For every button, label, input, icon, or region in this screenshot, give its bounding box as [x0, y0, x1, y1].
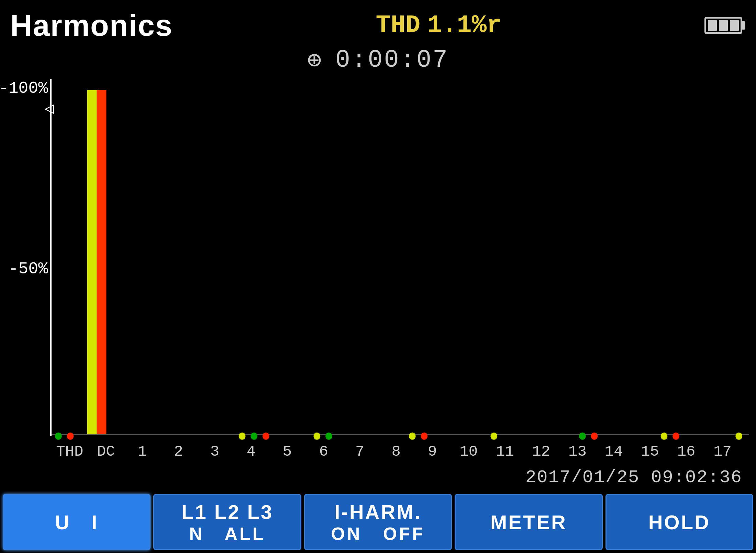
svg-point-10 — [409, 432, 416, 440]
battery-bar-1 — [708, 20, 717, 31]
svg-point-7 — [263, 432, 269, 440]
svg-point-16 — [672, 432, 679, 440]
x-label-8: 8 — [378, 443, 414, 460]
btn-u-i[interactable]: U I — [3, 494, 151, 550]
battery-bar-3 — [730, 20, 739, 31]
x-label-1: 1 — [124, 443, 160, 460]
btn-hold[interactable]: HOLD — [605, 494, 753, 550]
x-label-12: 12 — [523, 443, 559, 460]
date-value: 2017/01/25 09:02:36 — [525, 467, 742, 488]
svg-point-8 — [313, 432, 320, 440]
x-label-15: 15 — [632, 443, 668, 460]
x-label-11: 11 — [487, 443, 523, 460]
y-label-100: -100% — [0, 79, 48, 98]
chart-container: -100% ◁ -50% — [0, 76, 756, 464]
x-label-13: 13 — [559, 443, 596, 460]
btn-i-harm-line2: ON OFF — [331, 523, 425, 544]
chart-svg — [52, 79, 749, 464]
svg-point-13 — [579, 432, 586, 440]
header: Harmonics THD 1.1%r — [0, 0, 756, 45]
btn-u-i-label: U I — [55, 511, 98, 534]
svg-point-5 — [239, 432, 246, 440]
battery-icon — [704, 17, 742, 34]
btn-i-harm[interactable]: I-HARM. ON OFF — [304, 494, 452, 550]
x-label-14: 14 — [596, 443, 632, 460]
btn-hold-label: HOLD — [648, 511, 710, 534]
thd-display: THD 1.1%r — [376, 11, 502, 40]
thd-value: 1.1%r — [427, 11, 501, 40]
y-axis: -100% ◁ -50% — [7, 79, 52, 464]
btn-meter-label: METER — [490, 511, 567, 534]
battery-area — [704, 17, 742, 34]
svg-point-17 — [735, 432, 742, 440]
btn-l1l2l3-line2: N ALL — [189, 523, 266, 544]
x-label-7: 7 — [342, 443, 378, 460]
thd-label: THD — [376, 11, 421, 40]
app: Harmonics THD 1.1%r ⊕ 0:00:07 -100% ◁ -5… — [0, 0, 756, 553]
btn-l1l2l3[interactable]: L1 L2 L3 N ALL — [153, 494, 301, 550]
page-title: Harmonics — [10, 8, 173, 43]
svg-rect-1 — [87, 90, 97, 434]
svg-point-14 — [591, 432, 598, 440]
svg-point-6 — [251, 432, 257, 440]
x-label-10: 10 — [451, 443, 487, 460]
x-label-3: 3 — [197, 443, 233, 460]
chart-area: THD DC 1 2 3 4 5 6 7 8 9 10 11 12 13 14 … — [52, 79, 749, 464]
x-label-17: 17 — [704, 443, 741, 460]
battery-bar-2 — [719, 20, 728, 31]
x-label-thd: THD — [52, 443, 88, 460]
date-row: 2017/01/25 09:02:36 — [0, 464, 756, 491]
svg-point-12 — [490, 432, 497, 440]
svg-point-11 — [421, 432, 427, 440]
btn-meter[interactable]: METER — [455, 494, 602, 550]
x-label-4: 4 — [233, 443, 269, 460]
x-label-9: 9 — [414, 443, 451, 460]
timer-value: 0:00:07 — [335, 46, 449, 74]
bottom-buttons: U I L1 L2 L3 N ALL I-HARM. ON OFF METER … — [0, 491, 756, 553]
timer-row: ⊕ 0:00:07 — [0, 45, 756, 76]
x-label-5: 5 — [269, 443, 305, 460]
svg-point-15 — [661, 432, 668, 440]
svg-point-9 — [325, 432, 332, 440]
svg-point-3 — [55, 432, 62, 440]
svg-point-4 — [67, 432, 74, 440]
btn-l1l2l3-line1: L1 L2 L3 — [181, 500, 273, 523]
btn-i-harm-line1: I-HARM. — [334, 500, 422, 523]
x-label-18: 18 — [741, 443, 749, 460]
x-label-2: 2 — [160, 443, 197, 460]
y-label-50: -50% — [9, 260, 48, 278]
x-axis-labels: THD DC 1 2 3 4 5 6 7 8 9 10 11 12 13 14 … — [52, 441, 749, 462]
x-label-16: 16 — [668, 443, 704, 460]
svg-rect-2 — [97, 90, 107, 434]
x-label-dc: DC — [88, 443, 124, 460]
timer-icon: ⊕ — [307, 45, 322, 75]
x-label-6: 6 — [305, 443, 342, 460]
